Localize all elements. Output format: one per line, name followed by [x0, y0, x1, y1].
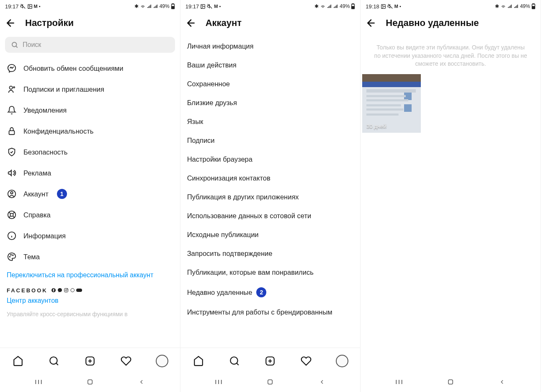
sys-recent[interactable]: [33, 377, 44, 387]
svg-point-33: [382, 5, 383, 6]
svg-point-19: [67, 289, 67, 289]
item-label: Публикации, которые вам понравились: [187, 268, 314, 276]
user-plus-icon: [7, 84, 17, 94]
sys-back[interactable]: [497, 377, 508, 387]
account-item[interactable]: Инструменты для работы с брендированным: [180, 303, 361, 322]
settings-item-help[interactable]: Справка: [0, 204, 180, 225]
nav-search[interactable]: [228, 355, 241, 367]
wifi-icon: [320, 3, 326, 9]
item-label: Исходные публикации: [187, 231, 259, 239]
search-input[interactable]: Поиск: [5, 37, 175, 53]
settings-item-privacy[interactable]: Конфиденциальность: [0, 121, 180, 142]
back-button[interactable]: [5, 18, 16, 28]
svg-rect-28: [352, 6, 354, 8]
item-label: Настройки браузера: [187, 155, 252, 163]
account-item[interactable]: Сохраненное: [180, 75, 361, 93]
item-label: Публикация в других приложениях: [187, 193, 299, 201]
svg-point-14: [10, 255, 11, 255]
gmail-icon: M: [34, 4, 38, 9]
nav-activity[interactable]: [120, 355, 132, 367]
item-label: Язык: [187, 118, 204, 126]
back-button[interactable]: [366, 18, 376, 28]
sys-home[interactable]: [85, 377, 95, 387]
settings-item-theme[interactable]: Тема: [0, 246, 180, 267]
account-item[interactable]: Запросить подтверждение: [180, 244, 361, 263]
deleted-thumbnail[interactable]: 30 дней: [362, 74, 421, 133]
user-circle-icon: [7, 189, 17, 199]
status-bar: 19:17 M • ✱ 49%: [0, 0, 180, 11]
bell-icon: [7, 105, 17, 115]
settings-item-security[interactable]: Безопасность: [0, 142, 180, 162]
item-label: Подписки и приглашения: [23, 85, 104, 93]
svg-rect-35: [533, 3, 534, 4]
sys-home[interactable]: [445, 377, 456, 387]
battery-text: 49%: [520, 3, 530, 9]
settings-list: Обновить обмен сообщениями Подписки и пр…: [0, 58, 180, 348]
header: Недавно удаленные: [361, 11, 541, 37]
svg-point-11: [10, 213, 13, 216]
settings-item-about[interactable]: Информация: [0, 225, 180, 246]
signal-icon: [147, 4, 152, 9]
settings-item-messaging[interactable]: Обновить обмен сообщениями: [0, 58, 180, 79]
svg-point-18: [65, 289, 67, 291]
system-nav: [180, 372, 361, 392]
status-bar: 19:17 M • ✱ 49%: [180, 0, 361, 11]
header: Настройки: [0, 11, 180, 37]
sys-back[interactable]: [136, 377, 147, 387]
image-icon: [200, 4, 206, 9]
nav-home[interactable]: [12, 355, 24, 367]
sys-recent[interactable]: [394, 377, 404, 387]
battery-icon: [351, 3, 355, 9]
nav-add[interactable]: [264, 355, 276, 367]
account-item[interactable]: Публикации, которые вам понравились: [180, 263, 361, 282]
account-item[interactable]: Синхронизация контактов: [180, 169, 361, 188]
step-badge-1: 1: [57, 189, 67, 199]
search-icon: [11, 41, 18, 49]
svg-rect-23: [88, 380, 93, 384]
settings-item-notifications[interactable]: Уведомления: [0, 100, 180, 121]
item-label: Сохраненное: [187, 80, 230, 88]
nav-search[interactable]: [48, 355, 60, 367]
sys-home[interactable]: [265, 377, 276, 387]
nav-activity[interactable]: [300, 355, 312, 367]
account-item[interactable]: Публикация в других приложениях: [180, 188, 361, 206]
account-item[interactable]: Ваши действия: [180, 56, 361, 75]
settings-item-ads[interactable]: Реклама: [0, 162, 180, 183]
svg-point-25: [202, 5, 203, 6]
item-label: Аккаунт: [23, 190, 49, 198]
item-label: Конфиденциальность: [23, 127, 93, 135]
facebook-product-icons: [51, 288, 82, 293]
back-button[interactable]: [185, 18, 196, 28]
account-item[interactable]: Использование данных в сотовой сети: [180, 206, 361, 225]
account-item[interactable]: Подписи: [180, 131, 361, 150]
settings-item-follow[interactable]: Подписки и приглашения: [0, 79, 180, 100]
screen-settings: 19:17 M • ✱ 49%: [0, 0, 180, 392]
avatar-icon: [156, 355, 168, 367]
deleted-content: Только вы видите эти публикации. Они буд…: [361, 37, 541, 372]
account-item[interactable]: Настройки браузера: [180, 150, 361, 169]
account-item[interactable]: Близкие друзья: [180, 93, 361, 112]
nav-profile[interactable]: [336, 355, 348, 367]
svg-rect-7: [9, 131, 15, 134]
nav-home[interactable]: [192, 355, 205, 367]
accounts-center-link[interactable]: Центр аккаунтов: [0, 295, 180, 309]
megaphone-icon: [7, 168, 17, 178]
item-label: Уведомления: [23, 106, 67, 114]
switch-pro-link[interactable]: Переключиться на профессиональный аккаун…: [0, 267, 180, 283]
account-item[interactable]: Личная информация: [180, 37, 361, 56]
nav-profile[interactable]: [156, 355, 168, 367]
sys-recent[interactable]: [213, 377, 224, 387]
account-item[interactable]: Исходные публикации: [180, 225, 361, 244]
nav-add[interactable]: [84, 355, 96, 367]
svg-rect-36: [532, 6, 534, 8]
wifi-icon: [500, 3, 506, 9]
item-label: Реклама: [23, 169, 51, 177]
account-item[interactable]: Язык: [180, 112, 361, 131]
account-item[interactable]: Недавно удаленные2: [180, 282, 361, 303]
item-label: Недавно удаленные: [187, 289, 252, 297]
settings-item-account[interactable]: Аккаунт 1: [0, 183, 180, 204]
gmail-icon: M: [394, 4, 398, 9]
sys-back[interactable]: [317, 377, 327, 387]
item-label: Использование данных в сотовой сети: [187, 212, 312, 220]
item-label: Инструменты для работы с брендированным: [187, 308, 332, 316]
